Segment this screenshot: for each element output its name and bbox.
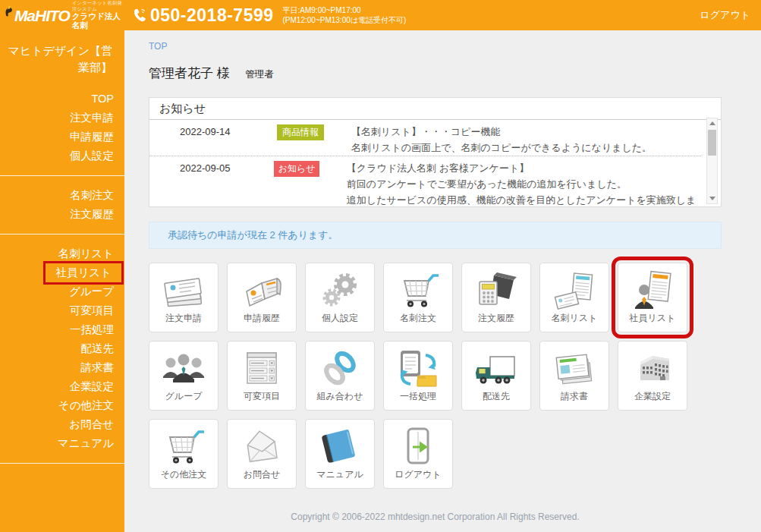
business-hours-line1: 平日:AM9:00~PM17:00 xyxy=(283,6,361,14)
sidebar-item[interactable]: 注文履歴 xyxy=(0,205,124,224)
brand-name: MaHITO xyxy=(14,8,70,24)
sidebar-item[interactable]: 個人設定 xyxy=(0,146,124,165)
tile-group[interactable]: グループ xyxy=(149,341,219,411)
sidebar-item[interactable]: 注文申請 xyxy=(0,109,124,127)
group-icon xyxy=(160,347,207,389)
notice-text: 【クラウド法人名刺 お客様アンケート】前回のアンケートでご要望があった機能の追加… xyxy=(347,160,701,206)
phone-area: 050-2018-7599 平日:AM9:00~PM17:00 (PM12:00… xyxy=(132,5,406,26)
sidebar-item[interactable]: TOP xyxy=(0,90,124,109)
tile-logout[interactable]: ログアウト xyxy=(383,419,453,489)
tile-label: 名刺注文 xyxy=(400,312,436,325)
tile-label: マニュアル xyxy=(316,468,363,481)
cart-icon xyxy=(160,425,207,467)
tile-order-history[interactable]: 注文履歴 xyxy=(461,263,531,332)
footer-copyright: Copyright © 2006-2022 mhtdesign.net Corp… xyxy=(149,512,722,522)
sidebar-item[interactable]: 請求書 xyxy=(0,358,124,377)
notice-box-title: お知らせ xyxy=(149,98,721,120)
user-line: 管理者花子 様 管理者 xyxy=(149,65,761,82)
sidebar-divider xyxy=(0,175,124,176)
sidebar-item-label: 注文履歴 xyxy=(70,209,114,220)
tile-label: 組み合わせ xyxy=(317,390,363,403)
tile-card-order[interactable]: 名刺注文 xyxy=(383,263,453,332)
sidebar-item-label: マニュアル xyxy=(58,438,114,449)
sidebar-item[interactable]: 名刺注文 xyxy=(0,186,124,205)
tile-order-request[interactable]: 注文申請 xyxy=(149,263,219,332)
tile-label: その他注文 xyxy=(161,468,207,481)
tile-batch-process[interactable]: 一括処理 xyxy=(383,341,453,411)
tile-invoice[interactable]: 請求書 xyxy=(539,341,609,411)
employee-list-icon xyxy=(629,269,676,311)
sidebar-item[interactable]: 社員リスト xyxy=(0,263,124,282)
notice-badge: 商品情報 xyxy=(277,124,324,140)
tile-delivery[interactable]: 配送先 xyxy=(461,341,531,411)
sidebar-group: TOP注文申請申請履歴個人設定 xyxy=(0,85,124,170)
notice-body: 2022-09-14商品情報【名刺リスト】・・・コピー機能名刺リストの画面上で、… xyxy=(149,120,721,206)
tile-card-list[interactable]: 名刺リスト xyxy=(539,263,609,332)
tile-label: 注文申請 xyxy=(165,312,202,325)
brand-tagline: クラウド法人名刺 xyxy=(72,11,124,30)
sidebar-item[interactable]: グループ xyxy=(0,282,124,301)
notice-row: 2022-09-05お知らせ【クラウド法人名刺 お客様アンケート】前回のアンケー… xyxy=(149,156,701,206)
sidebar-item-label: 個人設定 xyxy=(70,150,114,162)
notice-line: 【クラウド法人名刺 お客様アンケート】 xyxy=(347,160,701,176)
sidebar-item-label: TOP xyxy=(91,93,114,105)
sidebar-item[interactable]: 申請履歴 xyxy=(0,127,124,146)
tile-variable-fields[interactable]: 可変項目 xyxy=(227,341,297,411)
scroll-down-icon[interactable] xyxy=(707,194,717,203)
notice-line: 追加したサービスの使用感、機能の改善を目的としたアンケートを実施致します。 xyxy=(347,192,701,206)
building-icon xyxy=(629,347,676,389)
tile-label: 申請履歴 xyxy=(244,312,280,325)
tile-personal-settings[interactable]: 個人設定 xyxy=(305,263,375,332)
sidebar-item-label: 可変項目 xyxy=(70,305,114,316)
page: MaHITO インターネット名刺発注システム クラウド法人名刺 050-2018… xyxy=(0,0,761,532)
tile-combination[interactable]: 組み合わせ xyxy=(305,341,375,411)
tile-label: 注文履歴 xyxy=(478,312,514,325)
gears-icon xyxy=(316,269,363,311)
hand-logo-icon xyxy=(4,5,13,25)
tile-manual[interactable]: マニュアル xyxy=(305,419,375,489)
tile-label: 企業設定 xyxy=(634,390,671,403)
scroll-up-icon[interactable] xyxy=(707,118,717,128)
notice-line: 名刺リストの画面上で、名刺のコピーができるようになりました。 xyxy=(351,140,652,156)
sidebar-item-label: 企業設定 xyxy=(70,381,114,392)
sidebar-item-label: その他注文 xyxy=(58,400,114,411)
tile-label: 可変項目 xyxy=(244,390,280,403)
notice-row: 2022-09-14商品情報【名刺リスト】・・・コピー機能名刺リストの画面上で、… xyxy=(149,120,701,156)
company-name: マヒトデザイン【営業部】 xyxy=(0,30,124,76)
phone-number: 050-2018-7599 xyxy=(150,5,274,26)
logout-link[interactable]: ログアウト xyxy=(700,8,750,22)
card-list-icon xyxy=(551,269,598,311)
sidebar-item-label: 請求書 xyxy=(81,362,115,373)
notice-date: 2022-09-05 xyxy=(180,160,245,176)
notice-line: 【名刺リスト】・・・コピー機能 xyxy=(351,124,652,140)
manual-book-icon xyxy=(316,425,363,467)
sidebar-item-label: お問合せ xyxy=(69,419,114,430)
sidebar-item[interactable]: 配送先 xyxy=(0,339,124,358)
logo[interactable]: MaHITO インターネット名刺発注システム クラウド法人名刺 xyxy=(0,0,124,30)
card-stack-icon xyxy=(160,269,207,311)
user-name: 管理者花子 様 xyxy=(149,66,230,80)
sidebar-item[interactable]: 一括処理 xyxy=(0,320,124,339)
sidebar-divider xyxy=(0,234,124,235)
sidebar-item[interactable]: その他注文 xyxy=(0,396,124,415)
tile-other-order[interactable]: その他注文 xyxy=(149,419,219,489)
pending-approval-alert: 承認待ちの申請が現在 2 件あります。 xyxy=(149,222,722,249)
breadcrumb[interactable]: TOP xyxy=(149,41,179,52)
calculator-icon xyxy=(473,269,520,311)
sidebar-item[interactable]: 可変項目 xyxy=(0,301,124,320)
tile-employee-list[interactable]: 社員リスト xyxy=(618,263,687,332)
tile-request-history[interactable]: 申請履歴 xyxy=(227,263,297,332)
tile-company-settings[interactable]: 企業設定 xyxy=(618,341,687,411)
sidebar-item[interactable]: お問合せ xyxy=(0,415,124,434)
scrollbar-thumb[interactable] xyxy=(708,130,716,156)
tile-label: ログアウト xyxy=(395,468,441,481)
sidebar-item[interactable]: マニュアル xyxy=(0,434,124,453)
truck-icon xyxy=(473,347,520,389)
sidebar-group: 名刺リスト社員リストグループ可変項目一括処理配送先請求書企業設定その他注文お問合… xyxy=(0,240,124,458)
notice-scrollbar[interactable] xyxy=(706,118,718,204)
batch-sync-icon xyxy=(395,347,442,389)
sidebar-item[interactable]: 企業設定 xyxy=(0,377,124,396)
sidebar: マヒトデザイン【営業部】 TOP注文申請申請履歴個人設定名刺注文注文履歴名刺リス… xyxy=(0,30,124,532)
tile-contact[interactable]: お問合せ xyxy=(227,419,297,489)
main-content: TOP 管理者花子 様 管理者 お知らせ 2022-09-14商品情報【名刺リス… xyxy=(124,30,761,532)
